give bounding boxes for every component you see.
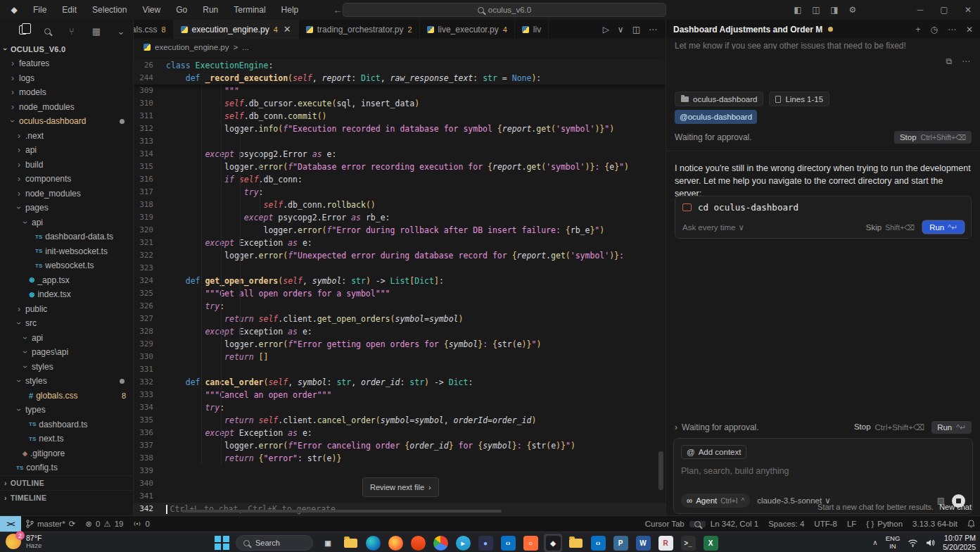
- chevron-right-icon[interactable]: ›: [675, 422, 677, 432]
- menu-file[interactable]: File: [27, 3, 53, 17]
- add-context-button[interactable]: @ Add context: [681, 445, 746, 459]
- tree-item-config-ts[interactable]: TSconfig.ts: [0, 460, 133, 475]
- remote-indicator[interactable]: ><: [0, 516, 21, 532]
- cursor-icon[interactable]: ◆: [544, 534, 562, 552]
- settings-gear-icon[interactable]: ⚙: [844, 5, 862, 15]
- close-panel-icon[interactable]: ✕: [966, 25, 973, 34]
- language-indicator[interactable]: ENGIN: [886, 535, 901, 550]
- tree-item-components[interactable]: ›components: [0, 172, 133, 187]
- windows-start-button[interactable]: [215, 535, 230, 551]
- python-version-item[interactable]: 3.13.3 64-bit: [908, 520, 962, 528]
- run-button-bottom[interactable]: Run^↵: [931, 421, 972, 434]
- excel-icon[interactable]: X: [701, 534, 720, 552]
- tree-item-src[interactable]: ›src: [0, 316, 133, 331]
- tree-item-node-modules[interactable]: ›node_modules: [0, 100, 133, 115]
- tree-item-websocket-ts[interactable]: TSwebsocket.ts: [0, 258, 133, 273]
- stop-button[interactable]: StopCtrl+Shift+⌫: [894, 131, 972, 144]
- language-item[interactable]: { }Python: [861, 520, 908, 528]
- code-editor[interactable]: 26class ExecutionEngine:244 def _record_…: [134, 59, 666, 515]
- discord-icon[interactable]: ●: [476, 534, 495, 552]
- r-app-icon[interactable]: R: [656, 534, 675, 552]
- menu-help[interactable]: Help: [275, 3, 305, 17]
- horizontal-scrollbar[interactable]: [182, 510, 502, 513]
- tray-chevron-icon[interactable]: ∧: [872, 539, 877, 546]
- menu-terminal[interactable]: Terminal: [227, 3, 272, 17]
- problems-item[interactable]: ⊗0 ⚠19: [80, 519, 128, 529]
- tree-item-dashboard-data-ts[interactable]: TSdashboard-data.ts: [0, 230, 133, 244]
- toggle-panel-icon[interactable]: ◫: [807, 5, 825, 15]
- tab-liv[interactable]: liv: [515, 20, 549, 39]
- eol-item[interactable]: LF: [842, 520, 861, 528]
- tree-item-api[interactable]: ›api: [0, 143, 133, 158]
- tree-item-logs[interactable]: ›logs: [0, 71, 133, 86]
- edge-icon[interactable]: [364, 534, 382, 552]
- source-control-icon[interactable]: ⑂: [66, 26, 77, 37]
- volume-icon[interactable]: [926, 539, 935, 547]
- run-file-icon[interactable]: ▷: [603, 25, 609, 34]
- clock[interactable]: 10:07 PM5/20/2025: [943, 534, 976, 551]
- tree-item-types[interactable]: ›types: [0, 403, 133, 418]
- window-search-box[interactable]: oculus_v6.0: [343, 3, 666, 17]
- firefox-icon[interactable]: [386, 534, 405, 552]
- tree-item-pages-api[interactable]: ›pages\api: [0, 345, 133, 360]
- brave-icon[interactable]: [409, 534, 427, 552]
- breadcrumb[interactable]: execution_engine.py > ...: [134, 39, 666, 56]
- chat-more-icon[interactable]: ⋯: [948, 25, 956, 34]
- chevron-down-icon[interactable]: ⌄: [115, 26, 127, 37]
- menu-edit[interactable]: Edit: [56, 3, 83, 17]
- tree-item-models[interactable]: ›models: [0, 85, 133, 100]
- tree-item-globals-css[interactable]: #globals.css8: [0, 389, 133, 403]
- sync-icon[interactable]: ⟳: [69, 519, 76, 529]
- tree-item-oculus-dashboard[interactable]: ›oculus-dashboard: [0, 114, 133, 129]
- toggle-sidebar-icon[interactable]: ◧: [789, 5, 807, 15]
- tree-item-gitignore[interactable]: ◆.gitignore: [0, 446, 133, 461]
- skip-button[interactable]: SkipShift+⌫: [866, 223, 915, 232]
- chrome-icon[interactable]: [431, 534, 450, 552]
- new-chat-button[interactable]: New chat: [939, 503, 972, 511]
- tree-item-node-modules[interactable]: ›node_modules: [0, 187, 133, 201]
- workspace-root[interactable]: › OCULUS_V6.0: [0, 42, 133, 56]
- weather-widget[interactable]: 2 87°FHaze: [6, 534, 42, 550]
- run-dropdown-icon[interactable]: ∨: [618, 25, 624, 34]
- chat-tab-header[interactable]: Dashboard Adjustments and Order M + ◷ ⋯ …: [666, 20, 980, 39]
- tab-bals-css[interactable]: #bals.css8: [134, 20, 174, 39]
- tree-item-next-ts[interactable]: TSnext.ts: [0, 432, 133, 446]
- close-window-button[interactable]: ✕: [956, 5, 980, 15]
- agent-mode-dropdown[interactable]: ∞ Agent Ctrl+I ^: [681, 494, 750, 508]
- tree-item-next[interactable]: ›.next: [0, 129, 133, 144]
- run-button[interactable]: Run^↵: [923, 221, 964, 233]
- wifi-icon[interactable]: [908, 539, 918, 547]
- task-view-icon[interactable]: ▣: [319, 534, 337, 552]
- menu-selection[interactable]: Selection: [86, 3, 133, 17]
- telegram-icon[interactable]: ▸: [454, 534, 472, 552]
- maximize-button[interactable]: ▢: [932, 5, 956, 15]
- close-tab-icon[interactable]: ✕: [284, 24, 291, 34]
- tree-item-index-tsx[interactable]: ⊛index.tsx: [0, 287, 133, 302]
- terminal-icon[interactable]: >_: [679, 534, 697, 552]
- tab-trading-orchestrator-py[interactable]: trading_orchestrator.py2: [299, 20, 420, 39]
- tree-item-build[interactable]: ›build: [0, 158, 133, 172]
- context-chip-lines[interactable]: Lines 1-15: [769, 92, 829, 106]
- stop-button-bottom[interactable]: StopCtrl+Shift+⌫: [854, 422, 924, 432]
- section-timeline[interactable]: ›TIMELINE: [0, 490, 133, 505]
- mention-chip[interactable]: @oculus-dashboard: [675, 110, 757, 124]
- tree-item-init-websocket-ts[interactable]: TSinit-websocket.ts: [0, 244, 133, 259]
- tree-item-pages[interactable]: ›pages: [0, 201, 133, 215]
- menu-view[interactable]: View: [136, 3, 167, 17]
- editor-more-icon[interactable]: ⋯: [649, 25, 657, 34]
- vscode-icon[interactable]: ‹›: [499, 534, 517, 552]
- tree-item-features[interactable]: ›features: [0, 56, 133, 71]
- context-chip-folder[interactable]: oculus-dashboard: [675, 92, 763, 106]
- tab-execution-engine-py[interactable]: execution_engine.py4✕: [174, 20, 299, 39]
- file-explorer-icon[interactable]: [341, 534, 359, 552]
- code-line-342[interactable]: 342Ctrl+L to chat, Ctrl+K to generate: [134, 503, 666, 515]
- menu-run[interactable]: Run: [196, 3, 224, 17]
- folder-window-icon[interactable]: [566, 534, 585, 552]
- explorer-files-icon[interactable]: [17, 25, 28, 37]
- nav-back-icon[interactable]: ←: [333, 5, 342, 15]
- tab-live-executor-py[interactable]: live_executor.py4: [420, 20, 515, 39]
- tree-item-styles[interactable]: ›styles: [0, 374, 133, 389]
- ask-every-time-dropdown[interactable]: Ask every time∨: [682, 222, 744, 232]
- encoding-item[interactable]: UTF-8: [809, 520, 842, 528]
- screencast-zoom-item[interactable]: [689, 521, 706, 527]
